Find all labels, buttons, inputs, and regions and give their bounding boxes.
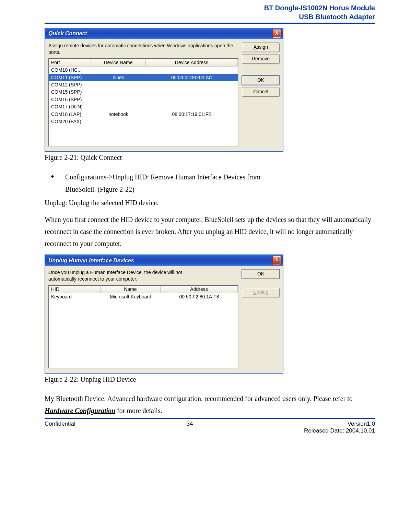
dialog-title: Unplug Human Interface Devices (48, 258, 134, 264)
cancel-button[interactable]: Cancel (242, 87, 280, 97)
document-header: BT Dongle-IS1002N Horus Module USB Bluet… (45, 3, 375, 21)
listview-header: Port Device Name Device Address (49, 59, 238, 67)
column-name[interactable]: Name (101, 286, 161, 293)
header-line-2: USB Bluetooth Adapter (45, 12, 375, 21)
footer-right: Version1.0 Released Date: 2004.10.01 (304, 421, 375, 434)
dialog-instruction: Once you unplug a Human Interface Device… (48, 269, 196, 282)
table-row[interactable]: COM12 (SPP) (49, 81, 238, 88)
column-device-name[interactable]: Device Name (91, 59, 146, 66)
title-bar[interactable]: Unplug Human Interface Devices X (45, 255, 283, 266)
paragraph-unplug: Unplug: Unplug the selected HID device. (45, 197, 375, 209)
table-row[interactable]: COM18 (LAP) notebook 08:00:17:19:01:FB (49, 111, 238, 118)
assign-button[interactable]: Assign (242, 43, 280, 52)
hardware-configuration-link[interactable]: Hardware Configuration (45, 407, 115, 414)
bullet-list: Configurations->Unplug HID: Remove Human… (45, 171, 375, 196)
header-line-1: BT Dongle-IS1002N Horus Module (45, 3, 375, 12)
table-row[interactable]: Keyboard Microsoft Keyboard 00:50:F2:80:… (49, 293, 238, 300)
figure-caption-1: Figure 2-21: Quick Connect (45, 154, 375, 161)
remove-button[interactable]: Remove (242, 54, 280, 64)
figure-caption-2: Figure 2-22: Unplug HID Device (45, 376, 375, 383)
listview-padding (49, 301, 238, 368)
bullet-item: Configurations->Unplug HID: Remove Human… (57, 171, 375, 196)
ok-button[interactable]: OK (242, 269, 280, 279)
dialog-title: Quick Connect (48, 31, 87, 37)
column-device-address[interactable]: Device Address (146, 59, 238, 66)
table-row[interactable]: COM10 (HC... (49, 67, 238, 74)
title-bar[interactable]: Quick Connect X (45, 28, 283, 39)
header-divider (45, 23, 375, 24)
table-row[interactable]: COM11 (SPP) blues 00:03:0D:F0:00:AC (49, 74, 238, 81)
port-listview[interactable]: Port Device Name Device Address COM10 (H… (48, 58, 238, 147)
paragraph-bottom: My Bluetooth Device: Advanced hardware c… (45, 393, 375, 417)
close-icon[interactable]: X (273, 256, 281, 264)
table-row[interactable]: COM15 (SPP) (49, 88, 238, 96)
column-hid[interactable]: HID (49, 286, 101, 293)
footer-page-number: 34 (186, 421, 193, 434)
table-row[interactable]: COM17 (DUN) (49, 103, 238, 110)
paragraph-explanation: When you first connect the HID device to… (45, 214, 375, 250)
column-address[interactable]: Address (161, 286, 238, 293)
listview-padding (49, 125, 238, 146)
table-row[interactable]: COM16 (SPP) (49, 96, 238, 103)
button-spacer (242, 66, 280, 73)
hid-listview[interactable]: HID Name Address Keyboard Microsoft Keyb… (48, 285, 238, 368)
quick-connect-dialog: Quick Connect X Assign remote devices fo… (45, 28, 283, 152)
dialog-instruction: Assign remote devices for automatic conn… (48, 43, 238, 56)
close-icon[interactable]: X (273, 29, 281, 38)
listview-header: HID Name Address (49, 286, 238, 293)
column-port[interactable]: Port (49, 59, 91, 66)
ok-button[interactable]: OK (242, 75, 280, 85)
unplug-hid-dialog: Unplug Human Interface Devices X Once yo… (45, 255, 283, 374)
footer-divider (45, 418, 375, 419)
button-spacer (242, 281, 280, 286)
footer-left: Confidential (45, 421, 75, 434)
table-row[interactable]: COM20 (FAX) (49, 118, 238, 125)
document-footer: Confidential 34 Version1.0 Released Date… (45, 421, 375, 434)
unplug-button[interactable]: Unplug (242, 288, 280, 297)
